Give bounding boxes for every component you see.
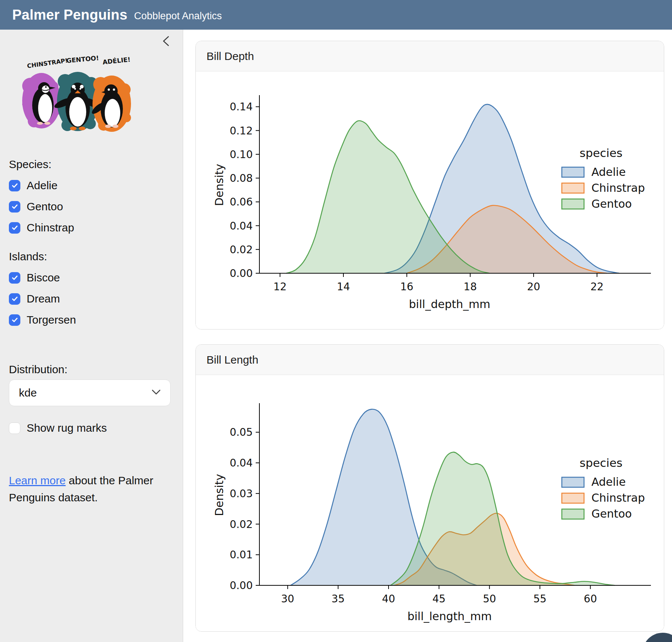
gentoo-checkbox-label[interactable]: Gentoo (27, 200, 63, 213)
adelie-checkbox[interactable] (9, 180, 20, 191)
app-subtitle: Cobblepot Analytics (134, 10, 222, 22)
sidebar: CHINSTRAP! GENTOO! ADÉLIE! Species: Adel… (0, 30, 183, 642)
torgersen-checkbox[interactable] (9, 314, 20, 326)
rug-marks-checkbox-label[interactable]: Show rug marks (27, 422, 107, 434)
svg-text:12: 12 (273, 281, 287, 293)
svg-text:0.08: 0.08 (230, 172, 253, 184)
app-title: Palmer Penguins (12, 7, 127, 23)
check-icon (11, 224, 19, 231)
chinstrap-checkbox[interactable] (9, 222, 20, 234)
bill-depth-card-title: Bill Depth (206, 50, 254, 63)
check-icon (11, 274, 19, 281)
svg-text:0.03: 0.03 (230, 488, 253, 500)
main-content: Bill Depth 1214161820220.000.020.040.060… (183, 30, 672, 642)
svg-text:Density: Density (213, 474, 226, 516)
islands-group-label: Islands: (9, 250, 172, 263)
bill-length-card-title: Bill Length (206, 354, 258, 366)
bill-depth-card-body: 1214161820220.000.020.040.060.080.100.12… (196, 71, 664, 329)
biscoe-checkbox[interactable] (9, 272, 20, 284)
svg-text:Density: Density (213, 164, 226, 206)
check-icon (11, 203, 19, 210)
svg-text:0.00: 0.00 (230, 579, 253, 592)
checkbox-row-chinstrap[interactable]: Chinstrap (9, 221, 172, 234)
svg-text:0.04: 0.04 (230, 457, 253, 469)
svg-text:0.02: 0.02 (230, 518, 253, 531)
chevron-down-icon (151, 389, 161, 397)
svg-text:35: 35 (332, 593, 345, 605)
bill-depth-chart: 1214161820220.000.020.040.060.080.100.12… (196, 71, 663, 329)
check-icon (11, 316, 19, 324)
biscoe-checkbox-label[interactable]: Biscoe (27, 271, 60, 284)
bill-depth-card-header: Bill Depth (196, 41, 664, 71)
svg-text:0.14: 0.14 (230, 101, 253, 113)
svg-text:30: 30 (281, 593, 295, 605)
distribution-selected-value: kde (19, 387, 151, 399)
svg-text:0.12: 0.12 (230, 125, 253, 137)
checkbox-row-rug-marks[interactable]: Show rug marks (9, 422, 172, 434)
bill-length-chart: 303540455055600.000.010.020.030.040.05bi… (196, 375, 663, 631)
dream-checkbox-label[interactable]: Dream (27, 292, 60, 305)
svg-text:0.01: 0.01 (230, 549, 253, 561)
distribution-label: Distribution: (9, 363, 172, 376)
svg-text:16: 16 (400, 281, 414, 293)
checkbox-row-dream[interactable]: Dream (9, 292, 172, 305)
distribution-select[interactable]: kde (9, 379, 171, 406)
artwork-label-chinstrap: CHINSTRAP! (27, 57, 68, 70)
check-icon (11, 295, 19, 302)
svg-text:Gentoo: Gentoo (591, 507, 632, 520)
checkbox-row-biscoe[interactable]: Biscoe (9, 271, 172, 284)
learn-more-link[interactable]: Learn more (9, 474, 65, 486)
artwork-label-gentoo: GENTOO! (66, 54, 99, 64)
svg-text:Adelie: Adelie (591, 475, 626, 488)
rug-marks-checkbox[interactable] (9, 422, 20, 434)
svg-text:0.05: 0.05 (230, 426, 253, 438)
svg-text:0.00: 0.00 (230, 267, 253, 280)
bill-length-card-body: 303540455055600.000.010.020.030.040.05bi… (196, 375, 664, 631)
checkbox-row-adelie[interactable]: Adelie (9, 179, 172, 192)
torgersen-checkbox-label[interactable]: Torgersen (27, 314, 76, 326)
gentoo-checkbox[interactable] (9, 201, 20, 213)
svg-text:0.06: 0.06 (230, 196, 253, 208)
svg-text:0.10: 0.10 (230, 148, 253, 161)
artwork-label-adelie: ADÉLIE! (102, 55, 131, 66)
svg-text:Chinstrap: Chinstrap (591, 491, 645, 504)
bill-length-card: Bill Length 303540455055600.000.010.020.… (195, 344, 664, 632)
dream-checkbox[interactable] (9, 293, 20, 305)
svg-text:Adelie: Adelie (591, 165, 626, 178)
svg-text:20: 20 (527, 281, 540, 293)
chinstrap-penguin-illustration (22, 73, 62, 128)
svg-text:50: 50 (483, 593, 496, 605)
svg-text:species: species (579, 146, 622, 160)
svg-text:55: 55 (533, 593, 547, 605)
svg-text:14: 14 (337, 281, 350, 293)
svg-text:40: 40 (382, 593, 395, 605)
svg-text:0.02: 0.02 (230, 244, 253, 256)
chevron-left-icon (161, 35, 171, 49)
svg-text:45: 45 (433, 593, 446, 605)
sidebar-footer-text: Learn more about the Palmer Penguins dat… (9, 472, 176, 506)
svg-text:22: 22 (591, 281, 604, 293)
svg-text:60: 60 (584, 593, 597, 605)
check-icon (11, 182, 19, 189)
bill-depth-card: Bill Depth 1214161820220.000.020.040.060… (195, 41, 664, 330)
species-group-label: Species: (9, 158, 172, 171)
app-header: Palmer Penguins Cobblepot Analytics (0, 0, 672, 30)
checkbox-row-gentoo[interactable]: Gentoo (9, 200, 172, 213)
svg-text:18: 18 (464, 281, 477, 293)
svg-text:species: species (579, 456, 622, 469)
penguin-artwork-image: CHINSTRAP! GENTOO! ADÉLIE! (15, 53, 137, 132)
checkbox-row-torgersen[interactable]: Torgersen (9, 314, 172, 326)
svg-text:0.04: 0.04 (230, 220, 253, 232)
adelie-checkbox-label[interactable]: Adelie (27, 179, 57, 192)
svg-text:bill_length_mm: bill_length_mm (407, 610, 492, 623)
bill-length-card-header: Bill Length (196, 345, 664, 375)
svg-text:bill_depth_mm: bill_depth_mm (409, 298, 490, 311)
penguin-artwork: CHINSTRAP! GENTOO! ADÉLIE! (15, 53, 172, 134)
svg-text:Gentoo: Gentoo (591, 197, 632, 210)
sidebar-collapse-button[interactable] (160, 35, 172, 49)
chinstrap-checkbox-label[interactable]: Chinstrap (27, 221, 74, 234)
svg-text:Chinstrap: Chinstrap (591, 181, 645, 194)
adelie-penguin-illustration (90, 76, 131, 132)
